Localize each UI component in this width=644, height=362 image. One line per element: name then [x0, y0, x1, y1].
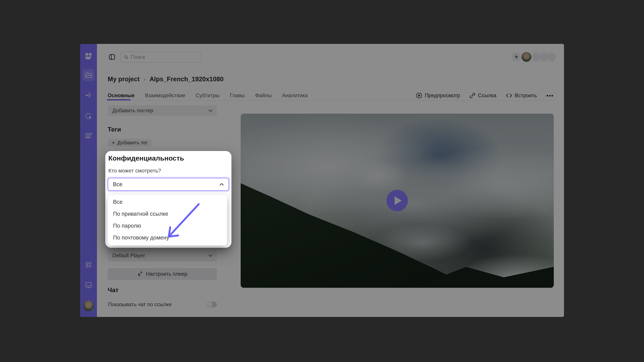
option-password[interactable]: По паролю: [108, 220, 227, 232]
privacy-select-value: Все: [113, 181, 122, 188]
privacy-options-dropdown: Все По приватной ссылке По паролю По поч…: [108, 195, 227, 246]
app-window: + My project › Alps_French_1920x1080 Осн…: [80, 44, 564, 317]
option-everyone[interactable]: Все: [108, 196, 227, 208]
option-email-domain[interactable]: По почтовому домену: [108, 232, 227, 244]
privacy-select[interactable]: Все: [108, 178, 229, 191]
privacy-title: Конфиденциальность: [108, 154, 229, 162]
privacy-question: Кто может смотреть?: [108, 168, 229, 174]
desktop-background: + My project › Alps_French_1920x1080 Осн…: [0, 0, 644, 362]
chevron-up-icon: [219, 183, 224, 186]
option-private-link[interactable]: По приватной ссылке: [108, 208, 227, 220]
